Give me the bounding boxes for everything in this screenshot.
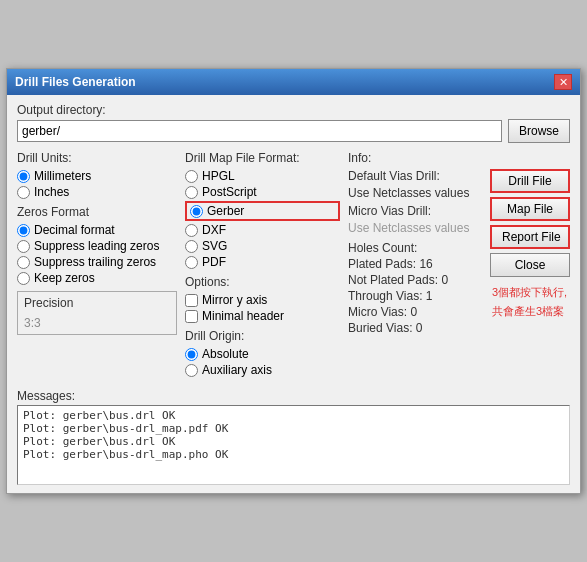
map-svg-label: SVG bbox=[202, 239, 227, 253]
main-window: Drill Files Generation ✕ Output director… bbox=[6, 68, 581, 494]
zeros-format-group: Decimal format Suppress leading zeros Su… bbox=[17, 223, 177, 285]
action-buttons: Drill File Map File Report File Close bbox=[490, 169, 570, 277]
drill-map-group: HPGL PostScript Gerber DXF bbox=[185, 169, 340, 269]
zeros-keep[interactable]: Keep zeros bbox=[17, 271, 177, 285]
buried-vias: Buried Vias: 0 bbox=[348, 321, 484, 335]
zeros-keep-radio[interactable] bbox=[17, 272, 30, 285]
zeros-decimal[interactable]: Decimal format bbox=[17, 223, 177, 237]
map-postscript-label: PostScript bbox=[202, 185, 257, 199]
default-vias-value-row: Use Netclasses values bbox=[348, 186, 484, 200]
option-minimal[interactable]: Minimal header bbox=[185, 309, 340, 323]
messages-content[interactable]: Plot: gerber\bus.drl OKPlot: gerber\bus-… bbox=[17, 405, 570, 485]
micro-vias-label: Micro Vias Drill: bbox=[348, 204, 431, 218]
through-vias: Through Vias: 1 bbox=[348, 289, 484, 303]
middle-column: Drill Map File Format: HPGL PostScript G… bbox=[185, 151, 340, 383]
drill-unit-mm-label: Millimeters bbox=[34, 169, 91, 183]
buttons-annotation-col: Drill File Map File Report File Close 3個… bbox=[490, 169, 570, 337]
drill-unit-mm[interactable]: Millimeters bbox=[17, 169, 177, 183]
right-inner: Default Vias Drill: Use Netclasses value… bbox=[348, 169, 570, 337]
map-dxf[interactable]: DXF bbox=[185, 223, 340, 237]
option-mirror-check[interactable] bbox=[185, 294, 198, 307]
options-label: Options: bbox=[185, 275, 340, 289]
map-hpgl-radio[interactable] bbox=[185, 170, 198, 183]
drill-unit-inches[interactable]: Inches bbox=[17, 185, 177, 199]
origin-auxiliary-label: Auxiliary axis bbox=[202, 363, 272, 377]
micro-vias-row: Micro Vias Drill: bbox=[348, 204, 484, 218]
precision-box: Precision 3:3 bbox=[17, 291, 177, 335]
close-button[interactable]: Close bbox=[490, 253, 570, 277]
drill-unit-mm-radio[interactable] bbox=[17, 170, 30, 183]
drill-units-group: Millimeters Inches bbox=[17, 169, 177, 199]
annotation-line2: 共會產生3檔案 bbox=[492, 304, 567, 319]
right-column: Info: Default Vias Drill: Use Netclasses… bbox=[348, 151, 570, 383]
map-pdf-label: PDF bbox=[202, 255, 226, 269]
annotation: 3個都按下執行, 共會產生3檔案 bbox=[492, 281, 567, 319]
messages-section: Messages: Plot: gerber\bus.drl OKPlot: g… bbox=[17, 389, 570, 485]
drill-origin-section: Drill Origin: Absolute Auxiliary axis bbox=[185, 329, 340, 377]
drill-file-button[interactable]: Drill File bbox=[490, 169, 570, 193]
drill-origin-label: Drill Origin: bbox=[185, 329, 340, 343]
zeros-suppress-leading-radio[interactable] bbox=[17, 240, 30, 253]
info-label: Info: bbox=[348, 151, 570, 165]
map-dxf-radio[interactable] bbox=[185, 224, 198, 237]
micro-vias-value: Use Netclasses values bbox=[348, 221, 469, 235]
title-bar: Drill Files Generation ✕ bbox=[7, 69, 580, 95]
zeros-decimal-radio[interactable] bbox=[17, 224, 30, 237]
origin-absolute-radio[interactable] bbox=[185, 348, 198, 361]
origin-absolute[interactable]: Absolute bbox=[185, 347, 340, 361]
map-postscript-radio[interactable] bbox=[185, 186, 198, 199]
not-plated-pads: Not Plated Pads: 0 bbox=[348, 273, 484, 287]
map-gerber[interactable]: Gerber bbox=[185, 201, 340, 221]
options-group: Mirror y axis Minimal header bbox=[185, 293, 340, 323]
zeros-decimal-label: Decimal format bbox=[34, 223, 115, 237]
zeros-keep-label: Keep zeros bbox=[34, 271, 95, 285]
map-hpgl[interactable]: HPGL bbox=[185, 169, 340, 183]
info-column: Default Vias Drill: Use Netclasses value… bbox=[348, 169, 484, 337]
main-row: Drill Units: Millimeters Inches Zeros Fo… bbox=[17, 151, 570, 383]
zeros-suppress-leading[interactable]: Suppress leading zeros bbox=[17, 239, 177, 253]
map-pdf[interactable]: PDF bbox=[185, 255, 340, 269]
map-dxf-label: DXF bbox=[202, 223, 226, 237]
map-file-button[interactable]: Map File bbox=[490, 197, 570, 221]
default-vias-value: Use Netclasses values bbox=[348, 186, 469, 200]
drill-unit-inches-radio[interactable] bbox=[17, 186, 30, 199]
origin-auxiliary-radio[interactable] bbox=[185, 364, 198, 377]
map-pdf-radio[interactable] bbox=[185, 256, 198, 269]
micro-vias-count: Micro Vias: 0 bbox=[348, 305, 484, 319]
zeros-suppress-trailing-label: Suppress trailing zeros bbox=[34, 255, 156, 269]
precision-label: Precision bbox=[24, 296, 170, 310]
drill-unit-inches-label: Inches bbox=[34, 185, 69, 199]
option-mirror[interactable]: Mirror y axis bbox=[185, 293, 340, 307]
map-svg[interactable]: SVG bbox=[185, 239, 340, 253]
map-gerber-radio[interactable] bbox=[190, 205, 203, 218]
map-postscript[interactable]: PostScript bbox=[185, 185, 340, 199]
option-minimal-label: Minimal header bbox=[202, 309, 284, 323]
option-minimal-check[interactable] bbox=[185, 310, 198, 323]
output-directory-label: Output directory: bbox=[17, 103, 570, 117]
annotation-line1: 3個都按下執行, bbox=[492, 285, 567, 300]
zeros-suppress-trailing-radio[interactable] bbox=[17, 256, 30, 269]
map-svg-radio[interactable] bbox=[185, 240, 198, 253]
zeros-suppress-leading-label: Suppress leading zeros bbox=[34, 239, 159, 253]
drill-origin-group: Absolute Auxiliary axis bbox=[185, 347, 340, 377]
close-window-button[interactable]: ✕ bbox=[554, 74, 572, 90]
drill-units-label: Drill Units: bbox=[17, 151, 177, 165]
plated-pads: Plated Pads: 16 bbox=[348, 257, 484, 271]
option-mirror-label: Mirror y axis bbox=[202, 293, 267, 307]
map-gerber-label: Gerber bbox=[207, 204, 244, 218]
browse-button[interactable]: Browse bbox=[508, 119, 570, 143]
origin-auxiliary[interactable]: Auxiliary axis bbox=[185, 363, 340, 377]
output-row: Browse bbox=[17, 119, 570, 143]
left-column: Drill Units: Millimeters Inches Zeros Fo… bbox=[17, 151, 177, 383]
map-hpgl-label: HPGL bbox=[202, 169, 235, 183]
report-file-button[interactable]: Report File bbox=[490, 225, 570, 249]
micro-vias-value-row: Use Netclasses values bbox=[348, 221, 484, 235]
messages-label: Messages: bbox=[17, 389, 570, 403]
holes-count-label: Holes Count: bbox=[348, 241, 484, 255]
origin-absolute-label: Absolute bbox=[202, 347, 249, 361]
precision-value: 3:3 bbox=[24, 314, 170, 330]
default-vias-label: Default Vias Drill: bbox=[348, 169, 440, 183]
output-directory-input[interactable] bbox=[17, 120, 502, 142]
window-title: Drill Files Generation bbox=[15, 75, 136, 89]
zeros-suppress-trailing[interactable]: Suppress trailing zeros bbox=[17, 255, 177, 269]
